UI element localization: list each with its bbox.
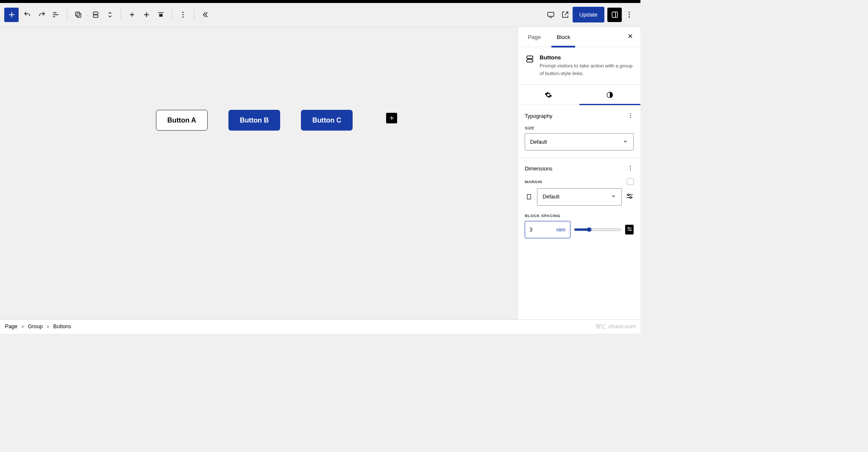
spacing-custom-button[interactable] bbox=[625, 225, 634, 235]
svg-point-29 bbox=[630, 197, 632, 198]
size-label: Size bbox=[525, 126, 634, 130]
block-spacing-input[interactable]: 3 rem bbox=[525, 221, 570, 238]
svg-rect-5 bbox=[159, 14, 163, 17]
margin-value: Default bbox=[542, 194, 559, 200]
margin-select[interactable]: Default bbox=[537, 188, 622, 206]
svg-point-33 bbox=[629, 229, 631, 231]
svg-rect-1 bbox=[75, 12, 80, 17]
chevron-down-icon bbox=[623, 139, 628, 145]
svg-point-31 bbox=[628, 227, 629, 229]
group-button[interactable] bbox=[88, 8, 103, 22]
breadcrumb-buttons[interactable]: Buttons bbox=[53, 324, 72, 329]
svg-point-20 bbox=[630, 115, 631, 116]
move-button[interactable] bbox=[103, 8, 117, 22]
svg-rect-25 bbox=[527, 195, 531, 199]
svg-point-22 bbox=[630, 166, 631, 167]
button-b[interactable]: Button B bbox=[228, 110, 281, 131]
typography-title: Typography bbox=[525, 113, 552, 119]
chevron-right-icon: › bbox=[22, 324, 23, 329]
button-a[interactable]: Button A bbox=[156, 110, 208, 131]
margin-custom-button[interactable] bbox=[626, 192, 634, 201]
more-options-button[interactable] bbox=[176, 8, 190, 22]
margin-axis-icon bbox=[525, 193, 534, 201]
collapse-toolbar-button[interactable] bbox=[198, 8, 212, 22]
svg-rect-16 bbox=[526, 56, 533, 59]
redo-button[interactable] bbox=[34, 8, 49, 22]
svg-rect-0 bbox=[77, 14, 81, 18]
svg-point-7 bbox=[182, 14, 184, 15]
dimensions-title: Dimensions bbox=[525, 166, 552, 172]
styles-tab[interactable] bbox=[579, 85, 641, 105]
svg-point-27 bbox=[628, 194, 629, 195]
settings-panel-button[interactable] bbox=[607, 8, 622, 22]
options-button[interactable] bbox=[622, 8, 636, 22]
view-button[interactable] bbox=[544, 8, 558, 22]
svg-point-15 bbox=[629, 17, 630, 18]
font-size-select[interactable]: Default bbox=[525, 133, 634, 151]
block-spacing-label: Block Spacing bbox=[525, 213, 634, 218]
add-before-button[interactable] bbox=[125, 8, 139, 22]
close-sidebar-button[interactable] bbox=[627, 33, 634, 41]
tab-page[interactable]: Page bbox=[525, 27, 544, 47]
toolbar-dot: · bbox=[86, 11, 88, 18]
svg-rect-11 bbox=[612, 12, 618, 18]
breadcrumb-page[interactable]: Page bbox=[5, 324, 17, 329]
document-overview-button[interactable] bbox=[49, 8, 63, 22]
svg-point-23 bbox=[630, 167, 631, 168]
block-spacing-unit: rem bbox=[556, 227, 566, 233]
add-block-button[interactable] bbox=[4, 8, 19, 22]
chevron-right-icon: › bbox=[47, 324, 49, 329]
settings-tab[interactable] bbox=[518, 85, 579, 105]
font-size-value: Default bbox=[530, 139, 547, 145]
breadcrumb-group[interactable]: Group bbox=[28, 324, 43, 329]
update-button[interactable]: Update bbox=[573, 7, 604, 22]
svg-point-14 bbox=[629, 14, 630, 15]
breadcrumb: Page › Group › Buttons 智汇 zhuon.com bbox=[0, 319, 640, 334]
svg-point-21 bbox=[630, 117, 631, 117]
block-spacing-value: 3 bbox=[529, 227, 532, 233]
margin-sides-button[interactable] bbox=[627, 178, 634, 185]
svg-rect-9 bbox=[548, 12, 554, 17]
editor-canvas[interactable]: Button A Button B Button C bbox=[0, 27, 517, 319]
add-after-button[interactable] bbox=[139, 8, 154, 22]
align-button[interactable] bbox=[154, 8, 168, 22]
settings-sidebar: Page Block Buttons Prompt visitors to ta… bbox=[517, 27, 641, 319]
svg-point-6 bbox=[182, 12, 184, 13]
typography-more-button[interactable] bbox=[627, 112, 634, 120]
block-spacing-slider[interactable] bbox=[574, 227, 621, 232]
button-c[interactable]: Button C bbox=[301, 110, 353, 131]
svg-rect-2 bbox=[93, 12, 98, 15]
margin-label: Margin bbox=[525, 179, 542, 184]
svg-point-13 bbox=[629, 12, 630, 13]
tab-block[interactable]: Block bbox=[554, 27, 573, 47]
block-description: Prompt visitors to take action with a gr… bbox=[540, 62, 634, 77]
chevron-down-icon bbox=[611, 193, 616, 200]
copy-button[interactable] bbox=[71, 8, 85, 22]
top-toolbar: · Update bbox=[0, 3, 640, 28]
svg-point-24 bbox=[630, 170, 631, 170]
svg-point-19 bbox=[630, 113, 631, 114]
append-block-button[interactable] bbox=[386, 113, 397, 123]
watermark-text: 智汇 zhuon.com bbox=[595, 323, 636, 330]
preview-button[interactable] bbox=[558, 8, 573, 22]
svg-rect-3 bbox=[93, 15, 98, 18]
svg-rect-17 bbox=[526, 59, 533, 62]
svg-point-8 bbox=[182, 17, 184, 18]
dimensions-more-button[interactable] bbox=[627, 165, 634, 173]
buttons-block-icon bbox=[525, 54, 535, 64]
block-title: Buttons bbox=[540, 54, 634, 61]
undo-button[interactable] bbox=[20, 8, 34, 22]
buttons-block[interactable]: Button A Button B Button C bbox=[156, 110, 353, 131]
